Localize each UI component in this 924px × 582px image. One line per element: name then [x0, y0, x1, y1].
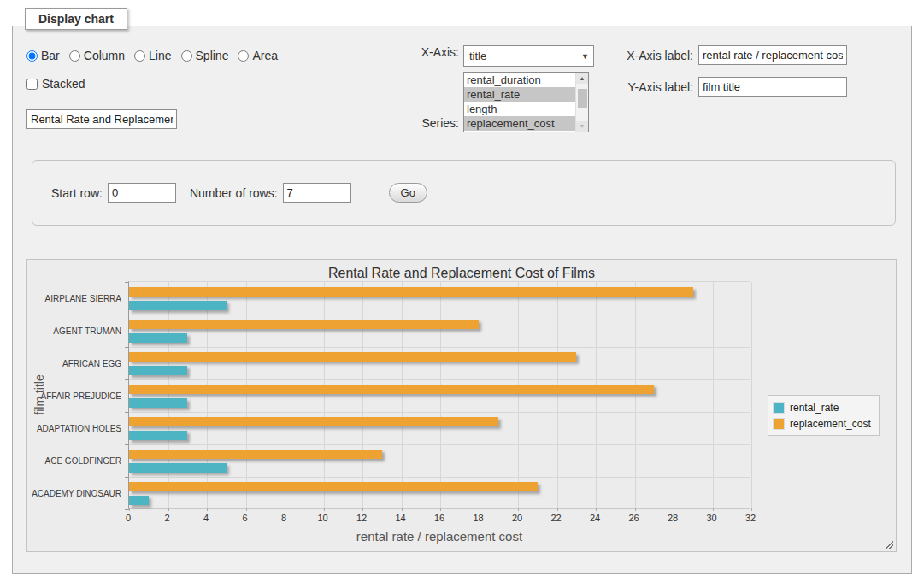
bar-rental_rate	[129, 463, 227, 473]
x-tick-label: 32	[745, 513, 756, 523]
chart-band: AIRPLANE SIERRA	[129, 282, 750, 315]
x-tick-label: 26	[628, 513, 639, 523]
legend-swatch-icon	[773, 402, 785, 414]
chart-title-input[interactable]	[26, 109, 177, 129]
resize-handle-icon[interactable]	[884, 539, 893, 549]
chart-type-radio-column[interactable]	[69, 50, 80, 62]
chart-type-radio-line[interactable]	[134, 50, 145, 62]
chart-band: AGENT TRUMAN	[129, 315, 750, 347]
chart-options-form: BarColumnLineSplineArea Stacked X-Axis: …	[13, 26, 911, 156]
chart-y-axis-title: film title	[32, 352, 46, 438]
category-label: ACADEMY DINOSAUR	[32, 489, 121, 498]
bar-replacement_cost	[129, 320, 479, 329]
x-tick-label: 20	[512, 513, 522, 523]
x-axis-label-caption: X-Axis label:	[621, 49, 698, 62]
x-axis-selected-value: title	[469, 50, 486, 62]
chart-band: ACADEMY DINOSAUR	[129, 477, 750, 509]
bar-rental_rate	[129, 398, 187, 408]
row-range-box: Start row: Number of rows: Go	[32, 160, 896, 226]
x-tick-label: 16	[434, 513, 444, 523]
chart-type-text: Bar	[41, 49, 60, 62]
chart-band: AFFAIR PREJUDICE	[129, 379, 750, 412]
chart-type-option-column[interactable]: Column	[69, 49, 125, 62]
chart-type-text: Area	[252, 49, 278, 62]
y-axis-label-caption: Y-Axis label:	[621, 80, 698, 94]
scrollbar-thumb[interactable]	[578, 89, 587, 108]
x-tick-label: 18	[473, 513, 483, 523]
stacked-checkbox-row[interactable]: Stacked	[26, 77, 394, 91]
y-axis-label-input[interactable]	[698, 77, 847, 97]
series-option-replacement_cost[interactable]: replacement_cost	[464, 116, 575, 131]
start-row-input[interactable]	[108, 183, 176, 203]
num-rows-input[interactable]	[283, 183, 351, 203]
legend-label: replacement_cost	[790, 418, 871, 430]
x-tick-label: 6	[242, 513, 247, 523]
x-tick-label: 4	[203, 513, 209, 523]
bar-replacement_cost	[129, 352, 576, 362]
x-axis-select[interactable]: title ▼	[463, 45, 594, 67]
chart-type-radio-bar[interactable]	[26, 50, 38, 62]
series-option-rental_duration[interactable]: rental_duration	[464, 73, 575, 87]
series-option-length[interactable]: length	[464, 102, 575, 116]
chart-x-axis-title: rental rate / replacement cost	[128, 529, 750, 544]
series-scrollbar[interactable]: ▲ ▼	[575, 73, 588, 132]
chart-type-option-area[interactable]: Area	[238, 49, 278, 62]
x-tick-label: 22	[550, 513, 561, 523]
chart-type-text: Line	[149, 49, 171, 62]
bar-replacement_cost	[129, 482, 538, 491]
chart-type-radio-area[interactable]	[238, 50, 249, 62]
x-tick-label: 10	[317, 513, 327, 523]
series-listbox[interactable]: rental_durationrental_ratelengthreplacem…	[463, 72, 589, 132]
bar-rental_rate	[129, 366, 187, 375]
series-label: Series:	[408, 116, 463, 132]
chart-type-option-bar[interactable]: Bar	[26, 49, 60, 62]
chart-type-text: Spline	[196, 49, 229, 62]
chart-title: Rental Rate and Replacement Cost of Film…	[27, 266, 896, 281]
category-label: ACE GOLDFINGER	[32, 456, 121, 466]
bar-replacement_cost	[129, 417, 498, 426]
x-tick-label: 24	[590, 513, 600, 523]
bar-rental_rate	[129, 431, 187, 440]
bar-replacement_cost	[129, 450, 382, 459]
start-row-label: Start row:	[51, 186, 103, 200]
x-tick-label: 12	[356, 513, 367, 523]
x-axis-select-label: X-Axis:	[408, 45, 463, 67]
bar-replacement_cost	[129, 287, 693, 297]
chart-type-option-spline[interactable]: Spline	[181, 49, 229, 62]
go-button[interactable]: Go	[389, 183, 427, 203]
num-rows-label: Number of rows:	[190, 186, 278, 200]
legend-swatch-icon	[773, 418, 785, 430]
plot-area: AIRPLANE SIERRAAGENT TRUMANAFRICAN EGGAF…	[128, 281, 750, 509]
scroll-down-icon[interactable]: ▼	[576, 121, 588, 132]
chart-type-radio-spline[interactable]	[181, 50, 192, 62]
series-option-rental_rate[interactable]: rental_rate	[464, 87, 575, 102]
chart-band: ACE GOLDFINGER	[129, 444, 750, 477]
chevron-down-icon: ▼	[581, 52, 589, 61]
category-label: AGENT TRUMAN	[32, 326, 121, 336]
scroll-up-icon[interactable]: ▲	[576, 73, 588, 84]
legend-item-rental_rate[interactable]: rental_rate	[773, 399, 871, 415]
gridline	[751, 282, 752, 508]
x-tick-mark	[751, 508, 752, 511]
x-tick-label: 28	[668, 513, 678, 523]
x-tick-label: 14	[395, 513, 405, 523]
chart-container: Rental Rate and Replacement Cost of Film…	[26, 259, 897, 552]
y-tick-mark	[125, 509, 129, 510]
chart-type-option-line[interactable]: Line	[134, 49, 171, 62]
display-chart-panel: Display chart BarColumnLineSplineArea St…	[12, 26, 912, 574]
stacked-checkbox[interactable]	[26, 79, 38, 90]
category-label: AIRPLANE SIERRA	[32, 294, 121, 303]
legend-label: rental_rate	[790, 402, 839, 414]
stacked-label: Stacked	[42, 77, 85, 91]
legend-item-replacement_cost[interactable]: replacement_cost	[773, 415, 871, 432]
x-tick-label: 0	[126, 513, 131, 523]
series-options: rental_durationrental_ratelengthreplacem…	[464, 73, 575, 131]
chart-legend: rental_ratereplacement_cost	[768, 395, 880, 436]
x-axis-label-input[interactable]	[698, 45, 847, 65]
bar-rental_rate	[129, 333, 187, 343]
chart-band: AFRICAN EGG	[129, 347, 750, 379]
bar-rental_rate	[129, 301, 227, 310]
chart-band: ADAPTATION HOLES	[129, 412, 750, 444]
bar-rental_rate	[129, 496, 149, 505]
chart-type-group: BarColumnLineSplineArea	[26, 49, 394, 62]
